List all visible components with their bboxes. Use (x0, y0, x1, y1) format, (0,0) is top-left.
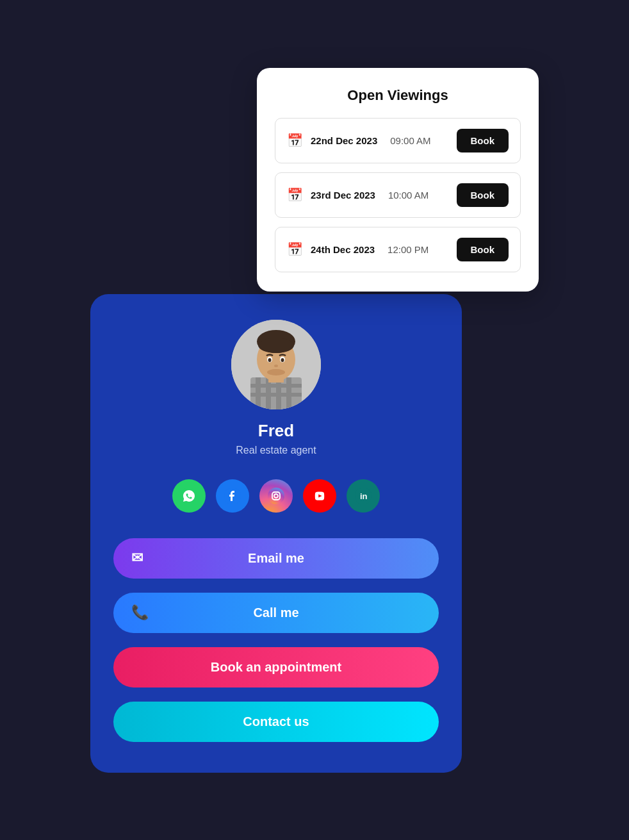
avatar (231, 320, 321, 409)
viewing-date-2: 23rd Dec 2023 (311, 190, 375, 201)
viewing-date-1: 22nd Dec 2023 (311, 135, 377, 146)
svg-point-16 (274, 365, 278, 367)
scene: Open Viewings 📅 22nd Dec 2023 09:00 AM B… (90, 68, 539, 773)
appointment-label: Book an appointment (211, 660, 341, 675)
youtube-icon[interactable] (303, 479, 336, 513)
svg-point-11 (258, 338, 294, 353)
book-button-3[interactable]: Book (457, 238, 509, 261)
phone-icon: 📞 (131, 604, 149, 621)
viewing-date-3: 24th Dec 2023 (311, 244, 375, 255)
call-button[interactable]: 📞 Call me (113, 593, 439, 633)
svg-point-24 (311, 488, 328, 504)
viewing-time-3: 12:00 PM (388, 244, 429, 255)
linkedin-icon[interactable]: in (347, 479, 380, 513)
viewing-left-2: 📅 23rd Dec 2023 10:00 AM (287, 187, 429, 202)
calendar-icon-2: 📅 (287, 187, 303, 202)
viewing-item-3: 📅 24th Dec 2023 12:00 PM Book (275, 227, 521, 272)
agent-name: Fred (258, 421, 294, 441)
facebook-icon[interactable] (216, 479, 249, 513)
agent-title: Real estate agent (236, 445, 316, 456)
viewings-card: Open Viewings 📅 22nd Dec 2023 09:00 AM B… (257, 68, 539, 292)
viewings-title: Open Viewings (275, 87, 521, 104)
svg-point-14 (268, 358, 272, 362)
viewing-time-2: 10:00 AM (388, 190, 429, 201)
calendar-icon-1: 📅 (287, 133, 303, 148)
instagram-icon[interactable] (259, 479, 293, 513)
svg-rect-7 (250, 393, 302, 397)
contact-label: Contact us (243, 714, 309, 729)
email-label: Email me (248, 551, 304, 566)
calendar-icon-3: 📅 (287, 242, 303, 257)
contact-button[interactable]: Contact us (113, 702, 439, 742)
svg-point-20 (268, 488, 284, 504)
viewing-item-1: 📅 22nd Dec 2023 09:00 AM Book (275, 118, 521, 163)
profile-card: Fred Real estate agent (90, 294, 462, 773)
viewing-left-3: 📅 24th Dec 2023 12:00 PM (287, 242, 429, 257)
social-row: in (172, 479, 380, 513)
viewing-item-2: 📅 23rd Dec 2023 10:00 AM Book (275, 172, 521, 218)
svg-text:in: in (360, 491, 368, 501)
svg-point-15 (281, 358, 284, 362)
appointment-button[interactable]: Book an appointment (113, 647, 439, 688)
book-button-2[interactable]: Book (457, 183, 509, 207)
svg-point-17 (267, 369, 285, 375)
viewing-left-1: 📅 22nd Dec 2023 09:00 AM (287, 133, 431, 148)
svg-point-23 (279, 492, 280, 493)
email-button[interactable]: ✉ Email me (113, 538, 439, 579)
svg-rect-6 (250, 384, 302, 388)
email-icon: ✉ (131, 550, 143, 566)
whatsapp-icon[interactable] (172, 479, 206, 513)
viewing-time-1: 09:00 AM (390, 135, 430, 146)
book-button-1[interactable]: Book (457, 129, 509, 152)
call-label: Call me (253, 605, 298, 620)
